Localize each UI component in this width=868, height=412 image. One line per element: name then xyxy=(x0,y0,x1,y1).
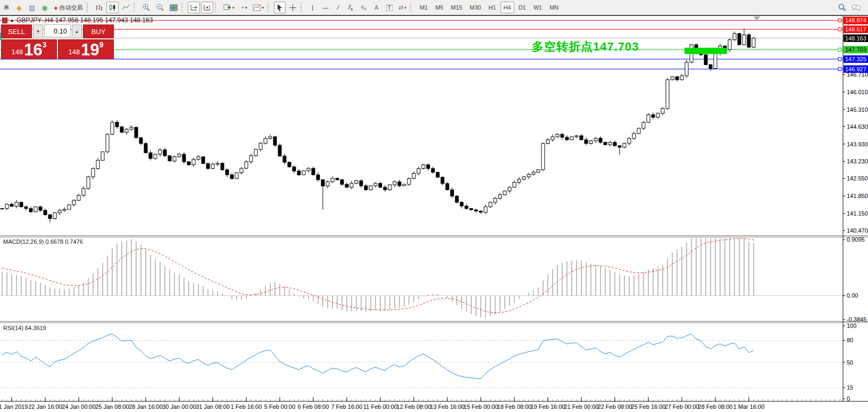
candle[interactable] xyxy=(10,204,13,207)
candle[interactable] xyxy=(226,170,229,175)
candle[interactable] xyxy=(221,163,224,170)
candle[interactable] xyxy=(350,183,353,187)
candle[interactable] xyxy=(398,182,401,186)
candle[interactable] xyxy=(254,149,257,155)
candle[interactable] xyxy=(561,134,564,137)
candle[interactable] xyxy=(666,80,669,109)
candle[interactable] xyxy=(302,171,305,175)
timeframe-m30[interactable]: M30 xyxy=(466,2,484,13)
candle[interactable] xyxy=(182,154,186,162)
periods-button[interactable]: ◔ ▾ xyxy=(238,2,249,13)
candle[interactable] xyxy=(1,209,4,209)
candle[interactable] xyxy=(675,77,679,80)
candle[interactable] xyxy=(623,143,626,147)
candle[interactable] xyxy=(283,156,286,162)
candle[interactable] xyxy=(537,170,540,172)
text-button[interactable]: A xyxy=(371,2,382,13)
candle[interactable] xyxy=(546,140,549,144)
candle[interactable] xyxy=(44,210,47,215)
candle[interactable] xyxy=(216,163,219,164)
candle[interactable] xyxy=(15,202,18,207)
candle[interactable] xyxy=(364,186,368,190)
crosshair-button[interactable] xyxy=(287,2,299,13)
candle[interactable] xyxy=(278,145,281,156)
timeframe-d1[interactable]: D1 xyxy=(515,2,529,13)
volume-decrease-button[interactable]: ▼ xyxy=(33,24,43,38)
buy-price-button[interactable]: 148199 xyxy=(58,39,114,59)
candle[interactable] xyxy=(594,138,597,141)
candle[interactable] xyxy=(637,128,640,134)
line-chart-button[interactable] xyxy=(120,2,132,13)
candle[interactable] xyxy=(728,40,731,50)
volume-increase-button[interactable]: ▲ xyxy=(72,24,82,38)
candle[interactable] xyxy=(259,143,262,149)
candle[interactable] xyxy=(604,142,607,145)
candle[interactable] xyxy=(149,153,152,159)
candle[interactable] xyxy=(733,34,736,40)
candle[interactable] xyxy=(63,209,66,210)
candle[interactable] xyxy=(48,215,52,219)
template-button[interactable]: ▾ xyxy=(251,2,266,13)
candle[interactable] xyxy=(178,154,181,157)
candle[interactable] xyxy=(484,207,487,212)
candle[interactable] xyxy=(632,134,636,138)
candle[interactable] xyxy=(565,137,569,140)
candle[interactable] xyxy=(345,184,348,187)
candle[interactable] xyxy=(192,159,195,164)
chat-button[interactable] xyxy=(849,2,863,13)
candle[interactable] xyxy=(551,137,554,140)
candle[interactable] xyxy=(489,202,492,207)
candle[interactable] xyxy=(326,182,329,186)
text-label-button[interactable]: T xyxy=(383,2,395,13)
candle[interactable] xyxy=(135,127,138,138)
sell-button[interactable]: SELL xyxy=(1,24,32,38)
candle[interactable] xyxy=(82,188,85,195)
candle[interactable] xyxy=(431,169,435,172)
candle[interactable] xyxy=(450,190,454,196)
signals-button[interactable]: ◉ xyxy=(39,2,51,13)
candle[interactable] xyxy=(340,180,344,184)
candle[interactable] xyxy=(642,122,645,128)
candle[interactable] xyxy=(336,178,339,180)
candle[interactable] xyxy=(68,205,71,209)
candle[interactable] xyxy=(58,210,61,213)
candle[interactable] xyxy=(173,157,176,161)
candle[interactable] xyxy=(168,156,171,161)
candle[interactable] xyxy=(197,157,200,160)
candle[interactable] xyxy=(288,162,291,167)
candle[interactable] xyxy=(436,172,439,177)
candlestick-chart-button[interactable] xyxy=(106,2,119,13)
autotrading-button[interactable]: ● 自动交易 xyxy=(52,2,85,13)
candle[interactable] xyxy=(465,206,468,209)
candle[interactable] xyxy=(412,174,415,179)
trendline-button[interactable]: / xyxy=(332,2,344,13)
candle[interactable] xyxy=(144,144,147,153)
candle[interactable] xyxy=(379,183,382,187)
candle[interactable] xyxy=(618,146,621,147)
candle[interactable] xyxy=(388,185,391,189)
bar-chart-button[interactable] xyxy=(93,2,105,13)
candle[interactable] xyxy=(245,162,248,168)
candle[interactable] xyxy=(518,179,521,183)
volume-input[interactable] xyxy=(44,24,71,37)
candle[interactable] xyxy=(599,138,602,143)
candle[interactable] xyxy=(498,195,502,199)
highlight-rect[interactable] xyxy=(685,48,727,54)
candle[interactable] xyxy=(427,165,430,169)
candle[interactable] xyxy=(608,142,612,145)
candle[interactable] xyxy=(393,182,396,185)
candle[interactable] xyxy=(20,202,23,207)
candle[interactable] xyxy=(115,122,119,127)
candle[interactable] xyxy=(331,178,334,182)
candle[interactable] xyxy=(163,150,166,155)
candle[interactable] xyxy=(714,53,717,68)
candle[interactable] xyxy=(628,138,631,143)
candle[interactable] xyxy=(34,207,37,211)
candle[interactable] xyxy=(671,77,674,80)
candle[interactable] xyxy=(158,150,162,154)
candle[interactable] xyxy=(503,191,506,195)
candle[interactable] xyxy=(202,157,205,164)
metaeditor-button[interactable]: ▥ xyxy=(26,2,38,13)
candle[interactable] xyxy=(585,140,588,144)
candle[interactable] xyxy=(661,109,664,113)
